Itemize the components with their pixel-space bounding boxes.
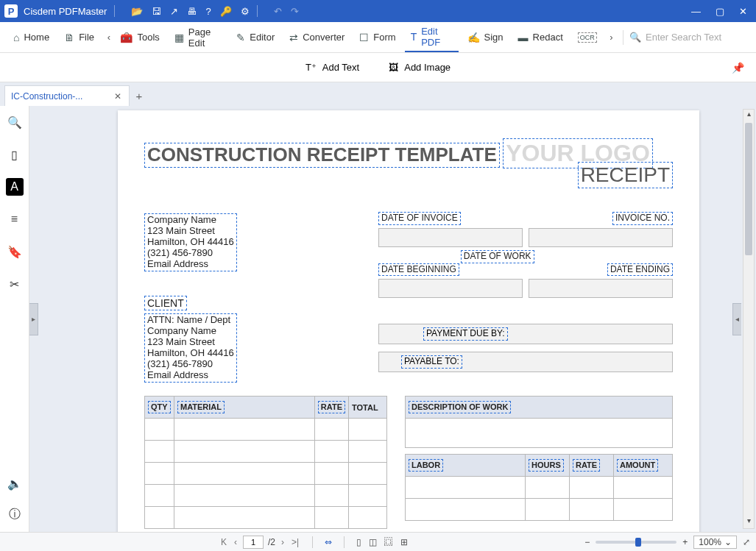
table-row[interactable] — [406, 499, 673, 521]
last-page-button[interactable]: >| — [290, 537, 300, 547]
pdf-page[interactable]: CONSTRUCTION RECEIPT TEMPLATE YOUR LOGO … — [118, 110, 699, 532]
table-row[interactable] — [406, 419, 673, 448]
field-payable-to[interactable]: PAYABLE TO: — [378, 352, 673, 372]
save-icon[interactable]: 🖫 — [152, 6, 161, 17]
redo-icon[interactable]: ↷ — [291, 6, 299, 17]
field-date-end[interactable] — [529, 279, 673, 298]
scroll-up-icon[interactable]: ▴ — [743, 110, 754, 121]
page-edit-tool[interactable]: ▦Page Edit — [169, 24, 227, 51]
zoom-in-button[interactable]: + — [682, 537, 688, 547]
settings-icon[interactable]: ⚙ — [241, 6, 250, 17]
form-tool[interactable]: ☐Form — [353, 29, 401, 46]
th-labor[interactable]: LABOR — [409, 459, 443, 472]
description-table[interactable]: DESCRIPTION OF WORK — [405, 396, 673, 448]
sidebar-snip-icon[interactable]: ✂ — [6, 275, 24, 293]
field-date-begin[interactable] — [378, 279, 523, 298]
redact-tool[interactable]: ▬Redact — [512, 29, 569, 46]
document-canvas[interactable]: ▸ ◂ ▴ ▾ CONSTRUCTION RECEIPT TEMPLATE YO… — [29, 106, 756, 532]
zoom-value[interactable]: 100%⌄ — [693, 536, 737, 549]
sidebar-info-icon[interactable]: ⓘ — [6, 505, 24, 523]
scroll-down-icon[interactable]: ▾ — [743, 516, 754, 528]
client-header[interactable]: CLIENT — [144, 296, 187, 310]
th-qty[interactable]: QTY — [148, 401, 171, 413]
fit-width-icon[interactable]: ⇔ — [325, 537, 332, 547]
maximize-button[interactable]: ▢ — [716, 6, 724, 17]
two-page-icon[interactable]: ◫ — [369, 537, 377, 547]
doc-title[interactable]: CONSTRUCTION RECEIPT TEMPLATE — [144, 143, 500, 168]
label-date-work[interactable]: DATE OF WORK — [461, 250, 534, 263]
th-description[interactable]: DESCRIPTION OF WORK — [409, 401, 511, 413]
field-payment-due[interactable]: PAYMENT DUE BY: — [378, 324, 673, 344]
edit-pdf-tool[interactable]: TEdit PDF — [405, 23, 459, 52]
close-button[interactable]: ✕ — [739, 6, 747, 17]
converter-tool[interactable]: ⇄Converter — [283, 29, 350, 46]
fullscreen-icon[interactable]: ⤢ — [743, 537, 750, 547]
table-row[interactable] — [145, 419, 387, 441]
label-payment-due[interactable]: PAYMENT DUE BY: — [423, 327, 508, 341]
file-tool[interactable]: 🗎File — [58, 29, 100, 46]
prev-page-button[interactable]: ‹ — [233, 537, 239, 547]
ocr-tool[interactable]: OCR — [572, 29, 603, 46]
field-date-invoice[interactable] — [378, 228, 523, 247]
table-row[interactable] — [145, 485, 387, 507]
sidebar-outline-icon[interactable]: ≡ — [6, 210, 24, 228]
company-block[interactable]: Company Name 123 Main Street Hamilton, O… — [144, 213, 237, 271]
th-material[interactable]: MATERIAL — [177, 401, 225, 413]
sidebar-thumbnails-icon[interactable]: ▯ — [6, 146, 24, 163]
table-row[interactable] — [145, 507, 387, 529]
search-box[interactable]: 🔍 — [629, 32, 749, 43]
left-panel-handle[interactable]: ▸ — [29, 303, 38, 335]
zoom-out-button[interactable]: − — [584, 537, 590, 547]
continuous-icon[interactable]: ⿴ — [384, 537, 393, 547]
sidebar-sound-icon[interactable]: 🔈 — [6, 474, 24, 492]
minimize-button[interactable]: — — [691, 6, 701, 17]
tools-tool[interactable]: 🧰Tools — [114, 29, 165, 46]
tab-ic-construction[interactable]: IC-Construction-... ✕ — [4, 85, 130, 106]
th-hours[interactable]: HOURS — [529, 459, 564, 472]
undo-icon[interactable]: ↶ — [274, 6, 282, 17]
materials-table[interactable]: QTY MATERIAL RATE TOTAL — [144, 396, 387, 529]
toolbar-prev[interactable]: ‹ — [103, 32, 114, 43]
right-panel-handle[interactable]: ◂ — [732, 303, 741, 335]
th-rate[interactable]: RATE — [318, 401, 345, 413]
vertical-scrollbar[interactable]: ▴ ▾ — [743, 109, 755, 529]
add-text-button[interactable]: T⁺Add Text — [305, 62, 359, 73]
zoom-knob[interactable] — [635, 538, 641, 547]
label-date-begin[interactable]: DATE BEGINNING — [378, 263, 459, 277]
key-icon[interactable]: 🔑 — [220, 6, 232, 17]
editor-tool[interactable]: ✎Editor — [230, 29, 280, 46]
single-page-icon[interactable]: ▯ — [356, 537, 361, 547]
th-rate2[interactable]: RATE — [573, 459, 600, 472]
pin-icon[interactable]: 📌 — [732, 62, 744, 74]
toolbar-next[interactable]: › — [606, 32, 617, 43]
next-page-button[interactable]: › — [280, 537, 286, 547]
add-image-button[interactable]: 🖼Add Image — [389, 62, 451, 73]
label-payable-to[interactable]: PAYABLE TO: — [401, 355, 462, 369]
open-icon[interactable]: 📂 — [131, 6, 143, 17]
search-input[interactable] — [646, 32, 749, 43]
table-row[interactable] — [145, 441, 387, 463]
zoom-slider[interactable] — [596, 541, 676, 544]
sidebar-text-icon[interactable]: A — [6, 178, 24, 196]
share-icon[interactable]: ↗ — [170, 6, 178, 17]
labor-table[interactable]: LABOR HOURS RATE AMOUNT — [405, 454, 673, 521]
print-icon[interactable]: 🖶 — [187, 6, 197, 17]
scroll-thumb[interactable] — [745, 123, 752, 255]
th-amount[interactable]: AMOUNT — [617, 459, 658, 472]
page-input[interactable] — [243, 536, 264, 549]
field-invoice-no[interactable] — [529, 228, 673, 247]
label-invoice-no[interactable]: INVOICE NO. — [612, 212, 673, 225]
label-date-end[interactable]: DATE ENDING — [607, 263, 673, 277]
client-block[interactable]: ATTN: Name / Dept Company Name 123 Main … — [144, 313, 237, 383]
th-total[interactable]: TOTAL — [352, 403, 378, 412]
new-tab-button[interactable]: + — [130, 85, 149, 106]
table-row[interactable] — [145, 463, 387, 485]
help-icon[interactable]: ? — [205, 6, 211, 17]
doc-receipt-label[interactable]: RECEIPT — [578, 162, 673, 188]
tab-close-icon[interactable]: ✕ — [113, 91, 123, 102]
label-date-invoice[interactable]: DATE OF INVOICE — [378, 212, 461, 225]
grid-icon[interactable]: ⊞ — [400, 537, 408, 547]
sidebar-bookmark-icon[interactable]: 🔖 — [6, 243, 24, 260]
sign-tool[interactable]: ✍Sign — [462, 29, 509, 46]
sidebar-search-icon[interactable]: 🔍 — [6, 113, 24, 131]
